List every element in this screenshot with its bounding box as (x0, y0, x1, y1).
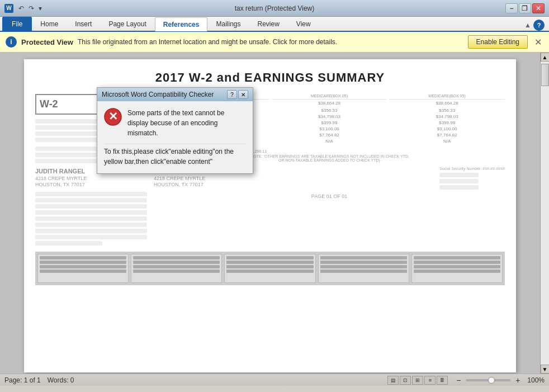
scroll-up-button[interactable]: ▲ (541, 53, 550, 62)
zoom-slider[interactable] (466, 379, 510, 381)
col3-header: MEDICARE(BOX 05) (389, 94, 505, 100)
tab-mailings[interactable]: Mailings (207, 17, 249, 31)
col3: MEDICARE(BOX 05) (389, 94, 505, 101)
w2-form-label: W-2 (40, 98, 58, 110)
employee-address2-right: HOUSTON, TX 77017 (154, 182, 205, 187)
dialog-close-button[interactable]: ✕ (238, 90, 248, 99)
document-header: 2017 W-2 and EARNINGS SUMMARY (35, 70, 505, 85)
col2-header: MEDICARE(BOX 05) (272, 94, 387, 100)
protected-view-close-button[interactable]: ✕ (532, 36, 543, 48)
minimize-button[interactable]: − (505, 3, 518, 13)
title-bar-left: W ↶ ↷ ▾ (4, 4, 44, 13)
field-line-7 (35, 229, 147, 233)
redo-btn[interactable]: ↷ (27, 4, 36, 13)
enable-editing-button[interactable]: Enable Editing (468, 35, 528, 49)
zoom-slider-thumb[interactable] (488, 377, 495, 384)
val-2-2: $356.33 (272, 108, 387, 113)
help-button[interactable]: ? (533, 20, 545, 31)
tab-references[interactable]: References (155, 17, 208, 31)
close-button[interactable]: ✕ (532, 3, 545, 13)
strip-line-4 (40, 270, 126, 273)
outline-button[interactable]: ≡ (424, 376, 436, 385)
view-buttons: ▤ ⊡ ⊞ ≡ ≣ (387, 376, 448, 385)
val-7-3: N/A (389, 139, 505, 144)
full-screen-button[interactable]: ⊡ (400, 376, 411, 385)
protected-view-bar: i Protected View This file originated fr… (0, 32, 549, 53)
ssn-section: Social Security Number: ###-##-#### (439, 167, 505, 191)
tab-review[interactable]: Review (249, 17, 288, 31)
web-layout-button[interactable]: ⊞ (412, 376, 423, 385)
field-line-4 (35, 210, 147, 215)
tab-file[interactable]: File (2, 17, 32, 31)
strip-line-9 (226, 256, 313, 259)
strip-line-3 (40, 265, 126, 268)
blur-line-4 (35, 138, 102, 142)
scroll-down-button[interactable]: ▼ (541, 365, 550, 374)
tab-insert[interactable]: Insert (67, 17, 100, 31)
tab-view[interactable]: View (288, 17, 319, 31)
document-page: 2017 W-2 and EARNINGS SUMMARY W-2 (24, 59, 516, 372)
window-title: tax return (Protected View) (235, 4, 315, 12)
quick-access-toolbar: ↶ ↷ ▾ (17, 4, 44, 13)
tab-home[interactable]: Home (32, 17, 67, 31)
scroll-thumb[interactable] (541, 64, 549, 86)
collapse-ribbon-icon[interactable]: ▲ (524, 21, 531, 29)
val-6-3: $7,764.82 (389, 133, 505, 138)
strip-line-7 (133, 265, 220, 268)
strip-col-2 (131, 254, 222, 283)
field-line-1 (35, 192, 147, 196)
word-app-icon: W (4, 4, 13, 13)
field-line-5 (35, 216, 147, 221)
strip-line-19 (414, 265, 500, 268)
ssn-blur (439, 173, 479, 177)
strip-line-18 (414, 261, 500, 264)
compatibility-checker-dialog: Microsoft Word Compatibility Checker ? ✕… (97, 87, 253, 174)
strip-line-20 (414, 270, 500, 273)
val-1-2: $38,664.28 (272, 101, 387, 106)
protected-view-info-icon: i (6, 36, 17, 48)
val-5-2: $3,100.00 (272, 126, 387, 131)
w2-fields (35, 192, 147, 245)
page-number: PAGE 01 OF 01 (154, 193, 505, 199)
dialog-body: ✕ Some parts of the text cannot be displ… (97, 101, 253, 173)
undo-btn[interactable]: ↶ (17, 4, 26, 13)
scroll-track[interactable] (541, 62, 549, 365)
vertical-scrollbar[interactable]: ▲ ▼ (540, 53, 549, 374)
document-area: 2017 W-2 and EARNINGS SUMMARY W-2 (0, 53, 549, 374)
strip-line-8 (133, 270, 220, 273)
val-1-3: $38,664.28 (389, 101, 505, 106)
val-7-2: N/A (272, 139, 387, 144)
dialog-question-button[interactable]: ? (227, 90, 237, 99)
employee-address2: HOUSTON, TX 77017 (35, 182, 147, 187)
ribbon-help-area: ▲ ? (524, 20, 549, 31)
val-6-2: $7,764.82 (272, 133, 387, 138)
col2: MEDICARE(BOX 05) (272, 94, 387, 101)
strip-line-13 (320, 256, 407, 259)
strip-line-1 (40, 256, 126, 259)
tab-page-layout[interactable]: Page Layout (100, 17, 154, 31)
draft-button[interactable]: ≣ (437, 376, 448, 385)
employee-address1-right: 4218 CREPE MYRTLE (154, 176, 205, 181)
field-line-6 (35, 223, 147, 227)
ssn-blur2 (439, 179, 479, 183)
zoom-in-button[interactable]: + (513, 375, 523, 385)
val-3-3: $34,798.03 (389, 114, 505, 119)
field-line-8 (35, 235, 147, 239)
zoom-out-button[interactable]: − (453, 375, 463, 385)
zoom-level: 100% (527, 376, 545, 384)
strip-col-1 (37, 254, 129, 283)
print-layout-button[interactable]: ▤ (387, 376, 399, 385)
page-info: Page: 1 of 1 (4, 376, 41, 384)
status-bar: Page: 1 of 1 Words: 0 ▤ ⊡ ⊞ ≡ ≣ − + 100% (0, 374, 549, 386)
error-icon: ✕ (104, 108, 122, 126)
strip-line-11 (226, 265, 313, 268)
strip-col-3 (224, 254, 315, 283)
title-bar: W ↶ ↷ ▾ tax return (Protected View) − ❐ … (0, 0, 549, 17)
strip-line-15 (320, 265, 407, 268)
field-line-9 (35, 241, 102, 245)
field-line-3 (35, 204, 147, 209)
val-4-3: $399.99 (389, 120, 505, 125)
customize-btn[interactable]: ▾ (37, 4, 44, 13)
restore-button[interactable]: ❐ (519, 3, 531, 13)
ssn-blur3 (439, 185, 479, 190)
